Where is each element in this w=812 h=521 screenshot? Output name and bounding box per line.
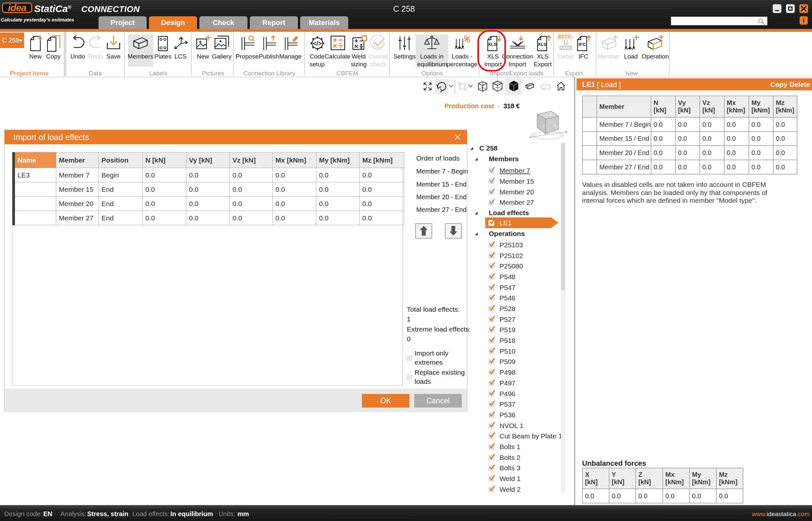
svg-text:-Y: -Y (553, 124, 556, 128)
svg-text:-Z: -Z (549, 112, 552, 116)
svg-text:-X: -X (542, 124, 545, 128)
svg-text:IFC: IFC (578, 42, 586, 47)
svg-text:</>: </> (313, 40, 322, 47)
svg-text:XLS: XLS (538, 42, 546, 47)
